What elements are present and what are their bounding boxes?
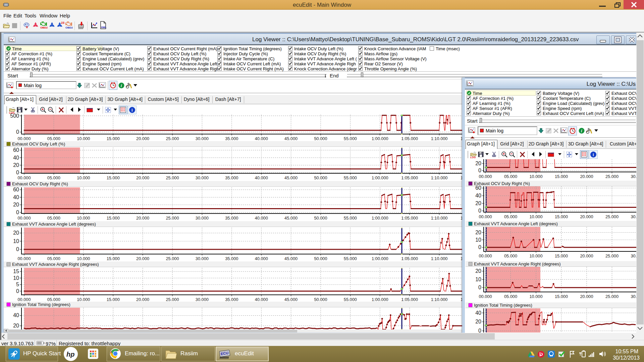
svg-text:05.000: 05.000	[504, 294, 517, 299]
svg-text:00.000: 00.000	[479, 294, 492, 299]
svg-text:15.000: 15.000	[555, 294, 568, 299]
svg-text:0: 0	[478, 168, 481, 173]
svg-text:20: 20	[475, 319, 481, 324]
svg-text:20.000: 20.000	[580, 214, 593, 219]
svg-text:20.000: 20.000	[580, 294, 593, 299]
svg-text:15.000: 15.000	[555, 253, 568, 258]
svg-text:20.000: 20.000	[580, 253, 593, 258]
svg-text:05.000: 05.000	[504, 174, 517, 179]
svg-text:20.000: 20.000	[580, 174, 593, 179]
svg-text:25.000: 25.000	[605, 294, 619, 299]
svg-text:Ignition Total Timing (degrees: Ignition Total Timing (degrees)	[474, 303, 532, 308]
svg-text:Exhaust OCV Duty Right (%): Exhaust OCV Duty Right (%)	[474, 181, 530, 186]
svg-text:15.000: 15.000	[555, 174, 568, 179]
svg-text:10.000: 10.000	[529, 253, 542, 258]
svg-text:Exhaust VVT Advance Angle Left: Exhaust VVT Advance Angle Left (degrees)	[474, 221, 558, 226]
svg-text:15.000: 15.000	[555, 214, 568, 219]
svg-text:00.000: 00.000	[479, 174, 492, 179]
svg-text:10: 10	[475, 237, 481, 243]
svg-text:0: 0	[478, 285, 481, 290]
svg-text:25.000: 25.000	[605, 214, 619, 219]
svg-text:0: 0	[478, 208, 481, 214]
svg-text:20: 20	[475, 161, 481, 166]
svg-text:25.000: 25.000	[605, 174, 619, 179]
svg-text:10.000: 10.000	[529, 294, 542, 299]
svg-text:05.000: 05.000	[504, 253, 517, 258]
svg-text:40: 40	[475, 193, 481, 198]
svg-text:40: 40	[475, 310, 481, 316]
svg-text:20: 20	[475, 200, 481, 206]
svg-text:10.000: 10.000	[529, 174, 542, 179]
svg-text:hp: hp	[66, 351, 74, 358]
svg-text:60: 60	[475, 185, 481, 191]
svg-text:10.000: 10.000	[529, 214, 542, 219]
svg-text:Exhaust VVT Advance Angle Righ: Exhaust VVT Advance Angle Right (degrees…	[474, 261, 560, 266]
svg-text:00.000: 00.000	[479, 253, 492, 258]
svg-text:20: 20	[475, 268, 481, 274]
svg-text:25.000: 25.000	[605, 253, 619, 258]
svg-text:10: 10	[475, 277, 481, 282]
svg-text:0: 0	[478, 244, 481, 250]
svg-text:00.000: 00.000	[479, 214, 492, 219]
svg-text:05.000: 05.000	[504, 214, 517, 219]
svg-text:20: 20	[475, 230, 481, 235]
